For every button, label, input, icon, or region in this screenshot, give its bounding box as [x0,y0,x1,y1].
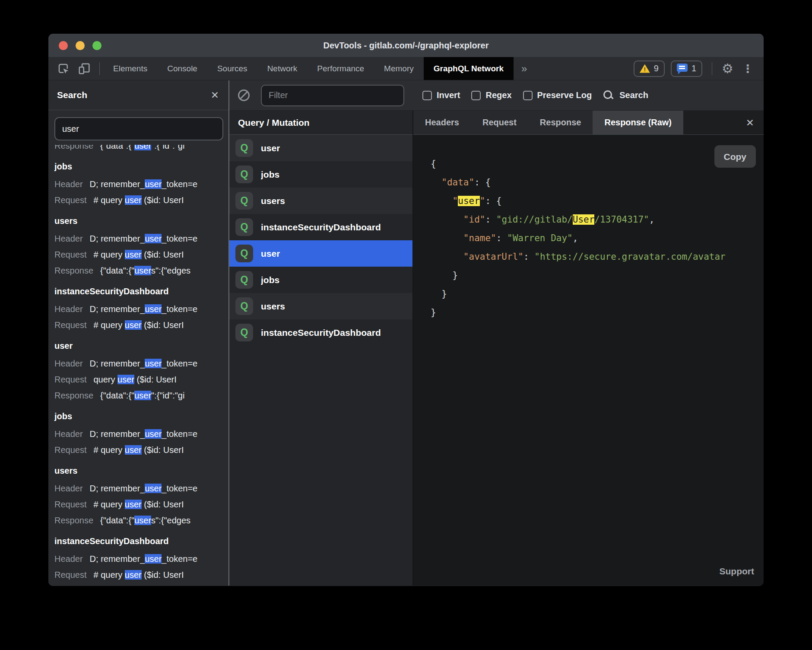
devtools-tab[interactable]: GraphQL Network [424,57,514,80]
toolbar-divider [99,62,100,75]
kebab-menu-icon[interactable]: ⋮ [739,62,756,75]
detail-tab[interactable]: Request [471,111,528,134]
devtools-tab[interactable]: Performance [307,57,374,80]
query-list: Q user Q jobs Q users Q instanceSecurity… [229,135,412,346]
text-segment: ($id: UserI [142,500,184,509]
main-area: Search ✕ Response {"data":{"user":{"id":… [48,80,764,586]
warnings-badge[interactable]: 9 [634,61,665,77]
query-item-label: instanceSecurityDashboard [261,222,381,233]
search-match-highlight: user [145,234,162,243]
search-result-row[interactable]: Response {"data":{"users":{"edges [54,263,222,279]
search-result-row[interactable]: Header D; remember_user_token=e [54,176,222,192]
detail-panel: HeadersRequestResponseResponse (Raw) ✕ C… [413,111,764,586]
devtools-tab[interactable]: Memory [374,57,424,80]
toolbar-icons [48,57,96,80]
search-result-row[interactable]: Header D; remember_user_token=e [54,426,222,442]
issues-badge[interactable]: 1 [671,61,702,77]
checkbox[interactable] [523,91,533,100]
detail-tab-label: Request [482,118,517,127]
query-type-badge: Q [235,192,253,210]
result-row-label: Header [54,231,83,247]
result-row-value: # query user ($id: UserI [94,567,184,583]
devtools-tab[interactable]: Sources [207,57,257,80]
detail-tab[interactable]: Response [528,111,593,134]
detail-tab-label: Response (Raw) [604,118,672,127]
search-result-row[interactable]: Header D; remember_user_token=e [54,481,222,497]
devtools-tab[interactable]: Console [157,57,207,80]
search-match-highlight: user [145,429,162,439]
devtools-tab-label: Network [267,64,298,73]
result-group-name: users [54,211,222,231]
message-count: 1 [691,64,696,73]
search-result-row[interactable]: Header D; remember_user_token=e [54,301,222,317]
query-list-item[interactable]: Q instanceSecurityDashboard [229,214,412,240]
query-list-item[interactable]: Q jobs [229,267,412,293]
query-list-item[interactable]: Q users [229,293,412,319]
search-result-row[interactable]: Response {"data":{"users":{"edges [54,513,222,529]
settings-gear-icon[interactable]: ⚙ [722,61,733,76]
search-result-row[interactable]: Request # query user ($id: UserI [54,317,222,333]
search-match-highlight: user [134,391,151,400]
filter-input[interactable] [261,85,404,106]
copy-button[interactable]: Copy [714,145,756,168]
inspect-element-icon[interactable] [57,62,70,75]
query-type-badge: Q [235,324,253,341]
text-segment: ":{"id":"gi [151,391,184,400]
result-row-label: Request [54,247,87,263]
close-search-panel-icon[interactable]: ✕ [211,89,219,101]
text-segment [431,214,463,225]
minimize-window-button[interactable] [76,41,85,50]
search-result-row[interactable]: Header D; remember_user_token=e [54,551,222,567]
search-result-row[interactable]: Request # query user ($id: UserI [54,497,222,513]
search-result-row[interactable]: Request # query user ($id: UserI [54,442,222,458]
tabbar-right-controls: 9 1 ⚙ ⋮ [634,57,764,80]
search-result-row[interactable]: Request # query user ($id: UserI [54,247,222,263]
search-input[interactable] [54,117,223,140]
detail-tab[interactable]: Headers [413,111,471,134]
zoom-window-button[interactable] [92,41,102,50]
query-list-item[interactable]: Q jobs [229,161,412,188]
clear-log-icon[interactable] [238,89,250,101]
filter-checkbox-wrap: Preserve Log [523,90,592,100]
result-row-label: Header [54,426,83,442]
filter-checkbox-wrap: Regex [471,90,511,100]
close-detail-icon[interactable]: ✕ [746,117,754,128]
text-segment: D; remember_ [90,179,145,189]
search-match-highlight: user [125,320,142,330]
checkbox[interactable] [422,91,432,100]
json-line: "data": { [431,173,764,192]
more-tabs-chevron-icon[interactable]: » [514,57,535,80]
search-match-highlight: user [145,554,162,564]
close-window-button[interactable] [59,41,68,50]
search-result-row[interactable]: Request # query user ($id: UserI [54,192,222,208]
text-segment: {"data":{" [100,145,134,150]
support-link[interactable]: Support [720,562,754,580]
text-segment [431,196,453,206]
search-result-row[interactable]: Request # query user ($id: UserI [54,567,222,583]
text-segment: : { [474,177,491,188]
text-segment: {"data":{" [100,266,134,275]
query-list-item[interactable]: Q instanceSecurityDashboard [229,319,412,346]
device-toolbar-icon[interactable] [78,62,91,75]
search-result-row[interactable]: Response {"data":{"user":{"id":"gi [54,145,222,154]
result-row-label: Request [54,567,87,583]
filter-search-label[interactable]: Search [619,90,648,100]
search-result-row[interactable]: Response {"data":{"user":{"id":"gi [54,388,222,404]
search-match-highlight: user [125,570,142,580]
search-panel-title: Search [57,90,87,100]
result-row-label: Header [54,301,83,317]
devtools-tab[interactable]: Elements [103,57,157,80]
detail-tab[interactable]: Response (Raw) [593,111,683,134]
query-list-item[interactable]: Q users [229,188,412,214]
devtools-tab-label: Sources [217,64,247,73]
search-result-row[interactable]: Header D; remember_user_token=e [54,356,222,372]
query-list-item[interactable]: Q user [229,135,412,161]
text-segment: ($id: UserI [142,195,184,205]
search-result-row[interactable]: Header D; remember_user_token=e [54,231,222,247]
search-result-row[interactable]: Request query user ($id: UserI [54,372,222,388]
query-list-item[interactable]: Q user [229,240,412,267]
checkbox[interactable] [471,91,481,100]
result-row-value: {"data":{"users":{"edges [100,263,190,279]
devtools-tab[interactable]: Network [257,57,308,80]
text-segment: D; remember_ [90,484,145,493]
